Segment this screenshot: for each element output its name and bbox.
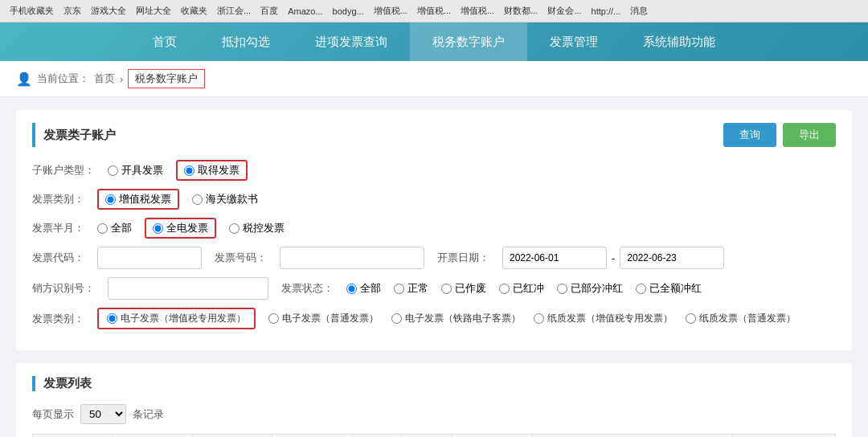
breadcrumb-current: 税务数字账户 xyxy=(128,69,205,88)
radio-elec-special[interactable]: 电子发票（增值税专用发票） xyxy=(97,308,256,329)
invoice-kind-group: 电子发票（增值税专用发票） 电子发票（普通发票） 电子发票（铁路电子客票） 纸质… xyxy=(97,308,796,329)
breadcrumb-prefix: 当前位置： xyxy=(37,71,89,86)
breadcrumb-bar: 👤 当前位置： 首页 › 税务数字账户 xyxy=(0,61,868,97)
browser-tab: 财数都... xyxy=(501,5,541,17)
radio-customs[interactable]: 海关缴款书 xyxy=(192,192,258,206)
radio-status-voided[interactable]: 已作废 xyxy=(441,281,486,296)
invoice-account-title-text: 发票类子账户 xyxy=(43,128,116,143)
radio-elec-normal-input[interactable] xyxy=(268,313,279,324)
nav-item-manage[interactable]: 发票管理 xyxy=(527,22,620,61)
radio-status-full-red-input[interactable] xyxy=(636,284,646,294)
radio-elec-special-label: 电子发票（增值税专用发票） xyxy=(121,312,246,325)
nav-bar: 首页 抵扣勾选 进项发票查询 税务数字账户 发票管理 系统辅助功能 xyxy=(0,22,868,61)
radio-vat[interactable]: 增值税发票 xyxy=(97,189,179,210)
radio-open-label: 开具发票 xyxy=(121,163,163,178)
radio-paper-special-input[interactable] xyxy=(534,313,544,324)
col-type: 发票类型 xyxy=(532,435,732,438)
date-separator: - xyxy=(612,252,615,264)
nav-item-system[interactable]: 系统辅助功能 xyxy=(620,22,738,61)
browser-tab: 网址大全 xyxy=(133,5,174,17)
radio-full-elec[interactable]: 全电发票 xyxy=(145,218,216,239)
radio-get-input[interactable] xyxy=(184,165,194,176)
invoice-list-section: 发票列表 每页显示 50 100 条记录 发票代码 发票号码 开票日期 销方名称… xyxy=(16,363,852,437)
browser-tab: 收藏夹 xyxy=(178,5,211,17)
invoice-kind-row: 发票类别： 电子发票（增值税专用发票） 电子发票（普通发票） 电子发票（铁路电子… xyxy=(32,308,836,329)
col-invoice-no: 发票号码 xyxy=(113,435,192,438)
code-no-date-row: 发票代码： 发票号码： 开票日期： - xyxy=(32,247,836,269)
browser-tab: 增值税... xyxy=(414,5,454,17)
radio-elec-railway[interactable]: 电子发票（铁路电子客票） xyxy=(391,312,521,325)
radio-open-input[interactable] xyxy=(108,165,118,176)
radio-status-voided-input[interactable] xyxy=(441,284,452,294)
nav-item-home[interactable]: 首页 xyxy=(130,22,199,61)
radio-elec-normal[interactable]: 电子发票（普通发票） xyxy=(268,312,379,325)
browser-tab: 增值税... xyxy=(457,5,497,17)
browser-tab: http://... xyxy=(588,6,624,16)
radio-status-all-input[interactable] xyxy=(346,284,357,294)
radio-all-half-input[interactable] xyxy=(97,223,108,234)
radio-paper-normal[interactable]: 纸质发票（普通发票） xyxy=(686,312,796,325)
radio-status-full-red[interactable]: 已全额冲红 xyxy=(636,281,702,296)
invoice-no-input[interactable] xyxy=(280,247,424,269)
radio-all-half-label: 全部 xyxy=(111,221,132,235)
radio-elec-special-input[interactable] xyxy=(107,313,117,324)
radio-status-normal-label: 正常 xyxy=(407,281,428,296)
radio-paper-normal-label: 纸质发票（普通发票） xyxy=(699,312,796,325)
invoice-table-header: 发票代码 发票号码 开票日期 销方名称 金额 税额 发票状态 发票类型 操作 xyxy=(33,435,836,438)
radio-paper-normal-input[interactable] xyxy=(686,313,696,324)
radio-status-normal[interactable]: 正常 xyxy=(394,281,428,296)
per-page-select[interactable]: 50 100 xyxy=(80,404,126,424)
seller-id-input[interactable] xyxy=(108,277,268,300)
radio-all-half[interactable]: 全部 xyxy=(97,221,132,235)
browser-tab: 百度 xyxy=(257,5,281,17)
col-amount: 金额 xyxy=(352,435,402,438)
radio-vat-input[interactable] xyxy=(105,194,116,205)
seller-status-row: 销方识别号： 发票状态： 全部 正常 已作废 已红冲 xyxy=(32,277,836,300)
radio-status-partial-red-input[interactable] xyxy=(557,284,567,294)
invoice-half-label: 发票半月： xyxy=(32,221,84,235)
radio-full-elec-input[interactable] xyxy=(153,223,163,234)
nav-item-incoming[interactable]: 进项发票查询 xyxy=(293,22,410,61)
browser-tab: 浙江会... xyxy=(214,5,254,17)
radio-status-normal-input[interactable] xyxy=(394,284,404,294)
invoice-code-input[interactable] xyxy=(97,247,202,269)
radio-status-red[interactable]: 已红冲 xyxy=(499,281,544,296)
invoice-half-group: 全部 全电发票 税控发票 xyxy=(97,218,285,239)
date-from-input[interactable] xyxy=(502,247,607,269)
invoice-status-label: 发票状态： xyxy=(281,281,334,296)
browser-bar: 手机收藏夹 京东 游戏大全 网址大全 收藏夹 浙江会... 百度 Amazo..… xyxy=(0,0,868,22)
radio-elec-railway-input[interactable] xyxy=(391,313,402,324)
browser-tab: 消息 xyxy=(627,5,651,17)
radio-tax-ctrl[interactable]: 税控发票 xyxy=(229,221,285,235)
radio-status-all[interactable]: 全部 xyxy=(346,281,381,296)
main-content: 发票类子账户 查询 导出 子账户类型： 开具发票 取得发票 发票类别 xyxy=(0,97,868,437)
radio-get-invoice[interactable]: 取得发票 xyxy=(176,160,248,181)
browser-tab: bodyg... xyxy=(330,6,367,16)
invoice-status-group: 全部 正常 已作废 已红冲 已部分冲红 xyxy=(346,281,702,296)
per-page-label: 每页显示 xyxy=(32,407,74,422)
radio-open-invoice[interactable]: 开具发票 xyxy=(108,163,163,178)
invoice-kind-label: 发票类别： xyxy=(32,312,84,326)
col-action: 操作 xyxy=(732,435,835,438)
radio-full-elec-label: 全电发票 xyxy=(166,221,208,235)
radio-tax-ctrl-input[interactable] xyxy=(229,223,240,234)
nav-item-deduct[interactable]: 抵扣勾选 xyxy=(199,22,293,61)
section-actions: 查询 导出 xyxy=(723,123,836,147)
open-date-label: 开票日期： xyxy=(437,251,489,265)
radio-status-red-input[interactable] xyxy=(499,284,510,294)
breadcrumb-home[interactable]: 首页 xyxy=(94,71,115,86)
radio-paper-special[interactable]: 纸质发票（增值税专用发票） xyxy=(534,312,673,325)
radio-customs-label: 海关缴款书 xyxy=(206,192,258,206)
radio-get-label: 取得发票 xyxy=(198,163,240,178)
radio-status-partial-red[interactable]: 已部分冲红 xyxy=(557,281,623,296)
export-button[interactable]: 导出 xyxy=(783,123,836,147)
col-seller-name: 销方名称 xyxy=(272,435,352,438)
invoice-list-title: 发票列表 xyxy=(32,376,836,391)
date-to-input[interactable] xyxy=(620,247,724,269)
nav-item-digital[interactable]: 税务数字账户 xyxy=(410,22,527,61)
radio-customs-input[interactable] xyxy=(192,194,203,205)
invoice-code-label: 发票代码： xyxy=(32,251,84,265)
per-page-suffix: 条记录 xyxy=(133,407,164,422)
query-button[interactable]: 查询 xyxy=(723,123,776,147)
col-tax: 税额 xyxy=(402,435,452,438)
